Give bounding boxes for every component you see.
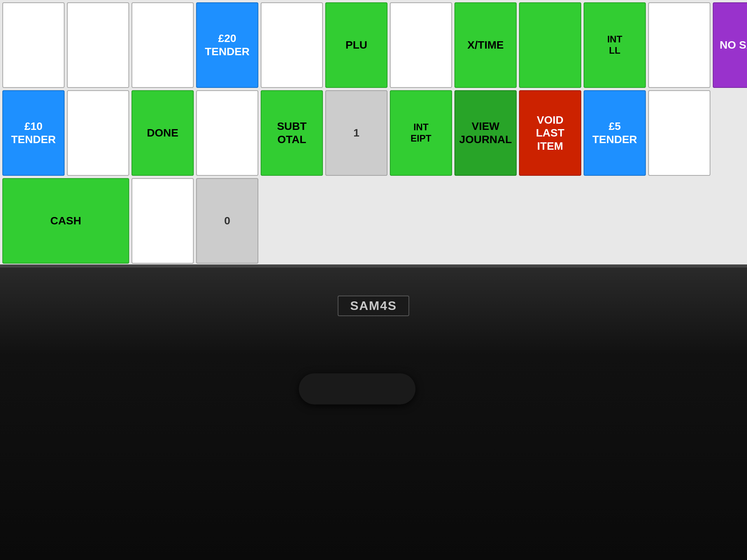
btn-empty-r1c1[interactable] [2, 2, 65, 88]
screen-area: £20TENDER PLU X/TIME INTLL NO SALE £10TE… [0, 0, 747, 280]
btn-empty-r1c2[interactable] [67, 2, 129, 88]
btn-empty-r1c3[interactable] [132, 2, 194, 88]
btn-5-tender[interactable]: £5TENDER [584, 90, 646, 176]
btn-empty-r3c8[interactable] [132, 178, 194, 264]
btn-int-ll[interactable]: INTLL [584, 2, 646, 88]
btn-r1c9[interactable] [519, 2, 581, 88]
btn-view-journal[interactable]: VIEWJOURNAL [454, 90, 517, 176]
btn-plu[interactable]: PLU [325, 2, 388, 88]
btn-empty-r1c7[interactable] [390, 2, 452, 88]
btn-int-eipt[interactable]: INTEIPT [390, 90, 452, 176]
brand-text: SAM4S [350, 299, 397, 313]
btn-x-time[interactable]: X/TIME [454, 2, 517, 88]
btn-empty-r2c5[interactable] [67, 90, 129, 176]
btn-20-tender[interactable]: £20TENDER [196, 2, 258, 88]
btn-subtotal[interactable]: SUBTOTAL [261, 90, 323, 176]
btn-num0[interactable]: 0 [196, 178, 258, 264]
btn-cash[interactable]: CASH [2, 178, 129, 264]
btn-num1[interactable]: 1 [325, 90, 388, 176]
btn-10-tender[interactable]: £10TENDER [2, 90, 65, 176]
btn-empty-r3c5[interactable] [648, 90, 710, 176]
btn-empty-r2c7[interactable] [196, 90, 258, 176]
btn-done[interactable]: DONE [132, 90, 194, 176]
btn-void-last-item[interactable]: VOIDLASTITEM [519, 90, 581, 176]
brand-label: SAM4S [338, 296, 409, 316]
btn-empty-r2c2[interactable] [648, 2, 710, 88]
pos-grid: £20TENDER PLU X/TIME INTLL NO SALE £10TE… [2, 2, 745, 278]
btn-no-sale[interactable]: NO SALE [713, 2, 747, 88]
cable-area [299, 373, 416, 404]
btn-empty-r1c5[interactable] [261, 2, 323, 88]
